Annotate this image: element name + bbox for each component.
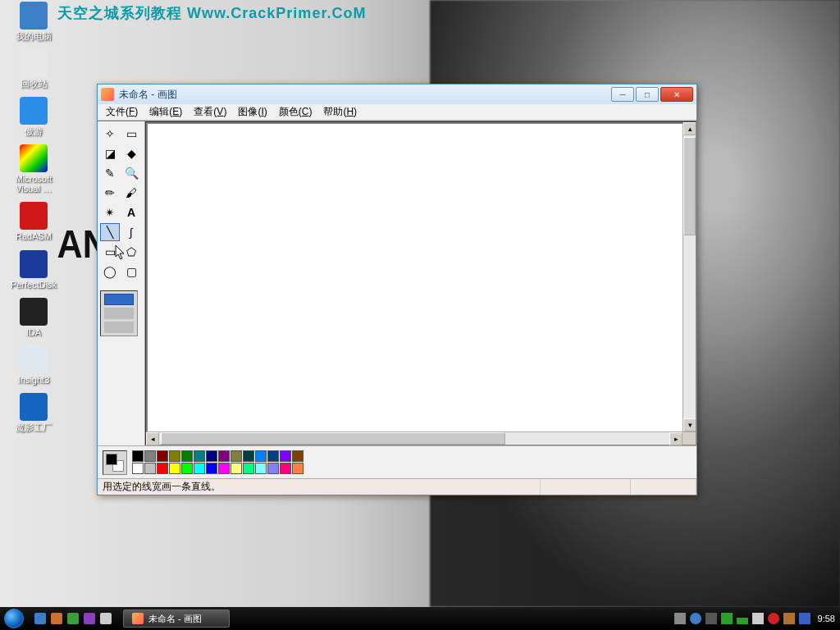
tray-app-icon[interactable] [799, 613, 810, 624]
quick-launch [28, 613, 118, 624]
desktop-icon-Insight3[interactable]: Insight3 [5, 345, 62, 385]
line-width-2[interactable] [104, 308, 134, 319]
tool-polygon[interactable]: ⬠ [121, 243, 141, 261]
line-width-1[interactable] [104, 294, 134, 305]
color-swatch[interactable] [132, 450, 144, 462]
tool-pencil[interactable]: ✏ [100, 184, 120, 202]
vscroll-thumb[interactable] [683, 137, 696, 235]
desktop-icon-Microsoft Visual …[interactable]: Microsoft Visual … [5, 144, 62, 194]
tool-rectangle[interactable]: ▭ [100, 243, 120, 261]
color-swatch[interactable] [218, 463, 230, 474]
line-width-3[interactable] [104, 322, 134, 333]
tray-network-icon[interactable] [721, 613, 733, 624]
tray-arrow-icon[interactable] [705, 613, 717, 624]
tray-help-icon[interactable] [690, 613, 701, 624]
ql-show-desktop[interactable] [100, 613, 112, 624]
ql-icon-1[interactable] [34, 613, 46, 624]
desktop-icon-IDA[interactable]: IDA [5, 298, 62, 337]
ql-icon-2[interactable] [51, 613, 62, 624]
tray-keyboard-icon[interactable] [674, 613, 686, 624]
color-swatch[interactable] [181, 450, 193, 462]
color-swatch[interactable] [231, 450, 242, 462]
color-swatch[interactable] [292, 463, 304, 474]
current-colors[interactable] [103, 450, 127, 475]
minimize-button[interactable]: ─ [611, 87, 634, 102]
desktop-icon-傲游[interactable]: 傲游 [5, 97, 62, 136]
color-swatch[interactable] [132, 463, 144, 474]
color-swatch[interactable] [194, 450, 205, 462]
color-swatch[interactable] [243, 463, 254, 474]
color-swatch[interactable] [206, 450, 217, 462]
taskbar-clock[interactable]: 9:58 [818, 614, 835, 623]
color-swatch[interactable] [255, 450, 267, 462]
color-swatch[interactable] [280, 463, 291, 474]
icon-image [20, 2, 48, 30]
drawing-canvas[interactable] [148, 124, 682, 431]
color-swatch[interactable] [157, 463, 168, 474]
tool-airbrush[interactable]: ✴ [100, 203, 120, 221]
menu-查看[interactable]: 查看(V) [189, 103, 231, 121]
scroll-up-icon[interactable]: ▴ [683, 122, 696, 135]
paint-window: 未命名 - 画图 ─ □ ✕ 文件(F)编辑(E)查看(V)图像(I)颜色(C)… [97, 84, 697, 495]
tool-rect-select[interactable]: ▭ [121, 125, 141, 143]
color-swatch[interactable] [169, 463, 180, 474]
desktop-icon-回收站[interactable]: 回收站 [5, 49, 62, 89]
titlebar[interactable]: 未命名 - 画图 ─ □ ✕ [98, 84, 696, 104]
desktop-icon-RadASM[interactable]: RadASM [5, 202, 62, 241]
scroll-left-icon[interactable]: ◂ [146, 432, 159, 445]
menu-帮助[interactable]: 帮助(H) [318, 103, 362, 121]
desktop-icon-我的电脑[interactable]: 我的电脑 [5, 2, 62, 41]
foreground-color[interactable] [106, 454, 117, 465]
watermark-text: 天空之城系列教程 Www.CrackPrimer.CoM [57, 3, 366, 23]
ql-icon-4[interactable] [84, 613, 95, 624]
tool-fill[interactable]: ◆ [121, 144, 141, 162]
vertical-scrollbar[interactable]: ▴ ▾ [682, 122, 696, 431]
color-swatch[interactable] [267, 450, 279, 462]
color-swatch[interactable] [243, 450, 254, 462]
color-swatch[interactable] [292, 450, 304, 462]
tool-eraser[interactable]: ◪ [100, 144, 120, 162]
tool-magnifier[interactable]: 🔍 [121, 164, 141, 182]
tool-curve[interactable]: ∫ [121, 223, 141, 241]
tool-brush[interactable]: 🖌 [121, 184, 141, 202]
tray-shield-icon[interactable] [768, 613, 779, 624]
color-swatch[interactable] [267, 463, 279, 474]
scroll-right-icon[interactable]: ▸ [669, 432, 682, 445]
tool-free-select[interactable]: ✧ [100, 125, 120, 143]
color-swatch[interactable] [280, 450, 291, 462]
color-swatch[interactable] [206, 463, 217, 474]
color-swatch[interactable] [194, 463, 205, 474]
tool-ellipse[interactable]: ◯ [100, 262, 120, 281]
maximize-button[interactable]: □ [636, 87, 659, 102]
desktop-icon-PerfectDisk[interactable]: PerfectDisk [5, 250, 62, 290]
menu-文件[interactable]: 文件(F) [101, 103, 143, 121]
color-swatch[interactable] [144, 463, 156, 474]
icon-image [20, 144, 48, 172]
menu-颜色[interactable]: 颜色(C) [274, 103, 317, 121]
color-swatch[interactable] [157, 450, 168, 462]
color-swatch[interactable] [181, 463, 193, 474]
taskbar-item-paint[interactable]: 未命名 - 画图 [123, 609, 230, 628]
tool-text[interactable]: A [121, 203, 141, 221]
menu-图像[interactable]: 图像(I) [233, 103, 272, 121]
tool-rounded-rect[interactable]: ▢ [121, 262, 141, 281]
tray-signal-icon[interactable] [737, 613, 748, 624]
tray-volume-icon[interactable] [752, 613, 764, 624]
color-swatch[interactable] [144, 450, 156, 462]
desktop-icon-魔影工厂[interactable]: 魔影工厂 [5, 393, 62, 432]
color-swatch[interactable] [255, 463, 267, 474]
menu-编辑[interactable]: 编辑(E) [144, 103, 187, 121]
tray-av-icon[interactable] [783, 613, 795, 624]
icon-image [20, 345, 48, 373]
ql-icon-3[interactable] [67, 613, 79, 624]
close-button[interactable]: ✕ [660, 87, 693, 102]
tool-line[interactable]: ╲ [100, 223, 120, 241]
scroll-down-icon[interactable]: ▾ [683, 418, 696, 431]
color-swatch[interactable] [218, 450, 230, 462]
color-swatch[interactable] [231, 463, 242, 474]
hscroll-thumb[interactable] [161, 432, 505, 445]
start-button[interactable] [0, 607, 28, 630]
horizontal-scrollbar[interactable]: ◂ ▸ [146, 431, 696, 445]
color-swatch[interactable] [169, 450, 180, 462]
tool-picker[interactable]: ✎ [100, 164, 120, 182]
